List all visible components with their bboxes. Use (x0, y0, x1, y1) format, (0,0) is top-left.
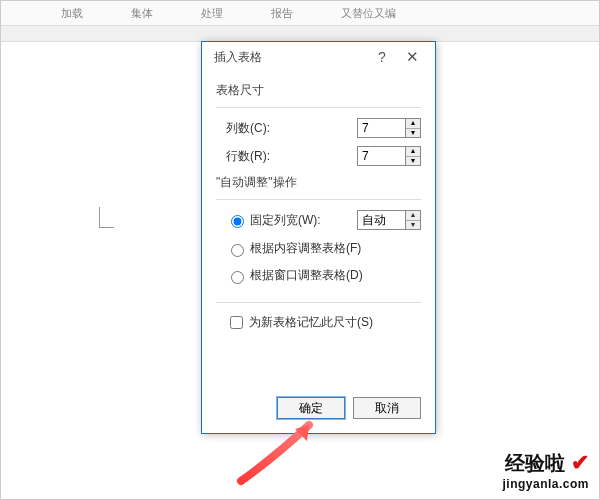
insert-table-dialog: 插入表格 ? ✕ 表格尺寸 列数(C): ▲ ▼ 行数(R): ▲ ▼ (201, 41, 436, 434)
top-ribbon: 加载 集体 处理 报告 又替位又编 (1, 1, 599, 26)
fit-window-radio[interactable] (231, 271, 244, 284)
cancel-button[interactable]: 取消 (353, 397, 421, 419)
spin-down-icon[interactable]: ▼ (406, 129, 420, 138)
dialog-titlebar: 插入表格 ? ✕ (202, 42, 435, 72)
fixed-width-option[interactable]: 固定列宽(W): ▲ ▼ (216, 210, 421, 230)
help-icon[interactable]: ? (367, 49, 397, 65)
ribbon-item[interactable]: 处理 (201, 6, 223, 21)
rows-input[interactable] (357, 146, 405, 166)
fixed-width-radio[interactable] (231, 215, 244, 228)
spin-down-icon[interactable]: ▼ (406, 157, 420, 166)
spin-up-icon[interactable]: ▲ (406, 147, 420, 157)
ok-button[interactable]: 确定 (277, 397, 345, 419)
rows-label: 行数(R): (226, 148, 357, 165)
fit-window-label: 根据窗口调整表格(D) (250, 267, 363, 284)
spin-up-icon[interactable]: ▲ (406, 119, 420, 129)
fit-content-option[interactable]: 根据内容调整表格(F) (216, 240, 421, 257)
rows-spinner[interactable]: ▲ ▼ (405, 146, 421, 166)
ribbon-item[interactable]: 报告 (271, 6, 293, 21)
fixed-width-spinner[interactable]: ▲ ▼ (405, 210, 421, 230)
spin-down-icon[interactable]: ▼ (406, 221, 420, 230)
ribbon-item[interactable]: 集体 (131, 6, 153, 21)
fixed-width-input[interactable] (357, 210, 405, 230)
remember-size-option[interactable]: 为新表格记忆此尺寸(S) (216, 313, 421, 332)
autofit-group-label: "自动调整"操作 (216, 174, 421, 191)
rows-row: 行数(R): ▲ ▼ (216, 146, 421, 166)
columns-label: 列数(C): (226, 120, 357, 137)
size-group-label: 表格尺寸 (216, 82, 421, 99)
ribbon-item[interactable]: 又替位又编 (341, 6, 396, 21)
fit-content-label: 根据内容调整表格(F) (250, 240, 361, 257)
remember-size-checkbox[interactable] (230, 316, 243, 329)
columns-row: 列数(C): ▲ ▼ (216, 118, 421, 138)
spin-up-icon[interactable]: ▲ (406, 211, 420, 221)
ribbon-item[interactable]: 加载 (61, 6, 83, 21)
close-icon[interactable]: ✕ (397, 48, 427, 66)
remember-size-label: 为新表格记忆此尺寸(S) (249, 314, 373, 331)
dialog-title: 插入表格 (214, 49, 367, 66)
fixed-width-label: 固定列宽(W): (250, 212, 357, 229)
columns-spinner[interactable]: ▲ ▼ (405, 118, 421, 138)
fit-content-radio[interactable] (231, 244, 244, 257)
fit-window-option[interactable]: 根据窗口调整表格(D) (216, 267, 421, 284)
cursor-indicator (99, 207, 114, 228)
columns-input[interactable] (357, 118, 405, 138)
